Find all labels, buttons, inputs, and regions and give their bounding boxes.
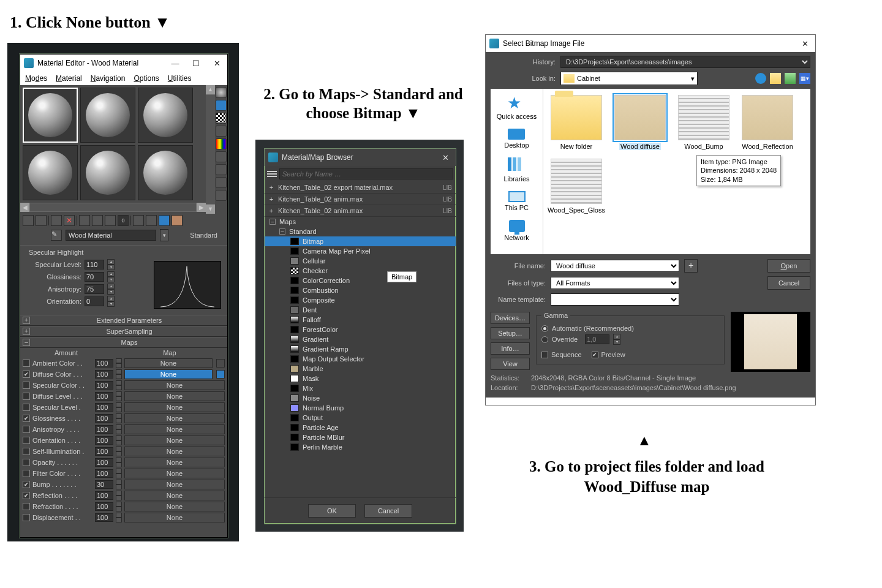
- make-preview-icon[interactable]: [216, 151, 227, 162]
- assign-icon[interactable]: [51, 215, 62, 226]
- search-input[interactable]: [279, 168, 453, 179]
- spec-level-spinner[interactable]: ▴▾: [107, 259, 115, 270]
- info-button[interactable]: Info…: [491, 342, 530, 355]
- gamma-auto-radio[interactable]: [541, 325, 548, 332]
- map-enable-checkbox[interactable]: [23, 360, 30, 367]
- slot-hscroll[interactable]: ◀▶: [20, 203, 206, 212]
- map-none-button[interactable]: None: [124, 491, 225, 500]
- mat-map-nav-icon[interactable]: [216, 190, 227, 201]
- pick-material-icon[interactable]: ✎: [51, 230, 62, 241]
- map-none-button[interactable]: None: [124, 413, 225, 423]
- background-icon[interactable]: [216, 113, 227, 124]
- map-type-item[interactable]: Cellular: [265, 256, 456, 266]
- put-to-scene-icon[interactable]: [36, 215, 47, 226]
- close-button[interactable]: ✕: [435, 149, 456, 166]
- map-enable-checkbox[interactable]: [23, 459, 30, 466]
- map-enable-checkbox[interactable]: [23, 393, 30, 400]
- map-enable-checkbox[interactable]: [23, 382, 30, 389]
- map-amount-spinner[interactable]: [116, 458, 122, 467]
- map-enable-checkbox[interactable]: [23, 404, 30, 411]
- map-amount-input[interactable]: 30: [95, 480, 113, 489]
- material-slot-2[interactable]: [80, 88, 135, 143]
- map-type-item[interactable]: ForestColor: [265, 325, 456, 334]
- map-none-button[interactable]: None: [124, 369, 213, 379]
- map-none-button[interactable]: None: [124, 447, 225, 456]
- minimize-button[interactable]: —: [165, 55, 186, 72]
- standard-node[interactable]: –Standard: [265, 227, 456, 236]
- maps-node[interactable]: –Maps: [265, 217, 456, 227]
- map-type-item[interactable]: Combustion: [265, 285, 456, 295]
- material-slot-6[interactable]: [138, 145, 193, 200]
- view-options-icon[interactable]: [267, 170, 277, 178]
- map-none-button[interactable]: None: [124, 502, 225, 511]
- get-material-icon[interactable]: [23, 215, 34, 226]
- material-slot-1[interactable]: [23, 88, 78, 143]
- map-type-item[interactable]: Mix: [265, 383, 456, 393]
- history-select[interactable]: D:\3DProjects\Export\sceneassets\images: [560, 56, 810, 68]
- map-amount-spinner[interactable]: [116, 424, 122, 434]
- map-none-button[interactable]: None: [124, 480, 225, 489]
- cancel-button[interactable]: Cancel: [364, 504, 412, 518]
- anisotropy-input[interactable]: [85, 284, 104, 294]
- menu-navigation[interactable]: Navigation: [91, 74, 126, 83]
- map-enable-checkbox[interactable]: [23, 514, 30, 521]
- map-type-item[interactable]: Output: [265, 413, 456, 423]
- map-enable-checkbox[interactable]: [23, 470, 30, 477]
- place-this-pc[interactable]: This PC: [505, 191, 529, 211]
- map-enable-checkbox[interactable]: ✔: [23, 481, 30, 488]
- map-amount-input[interactable]: 100: [95, 436, 113, 445]
- open-button[interactable]: Open: [767, 259, 810, 273]
- map-amount-spinner[interactable]: [116, 380, 122, 390]
- material-slot-3[interactable]: [138, 88, 193, 143]
- map-amount-input[interactable]: 100: [95, 381, 113, 390]
- close-button[interactable]: ✕: [794, 35, 815, 52]
- map-amount-spinner[interactable]: [116, 413, 122, 423]
- map-type-item[interactable]: Noise: [265, 393, 456, 403]
- map-enable-checkbox[interactable]: [23, 426, 30, 433]
- video-color-icon[interactable]: [216, 138, 227, 149]
- place-quick-access[interactable]: ★Quick access: [497, 95, 537, 120]
- file-thumb[interactable]: New folder: [548, 95, 605, 150]
- map-type-item[interactable]: Bitmap: [265, 236, 456, 246]
- make-unique-icon[interactable]: [92, 215, 103, 226]
- map-amount-input[interactable]: 100: [95, 502, 113, 511]
- map-amount-input[interactable]: 100: [95, 491, 113, 500]
- file-thumb[interactable]: Wood_Bump: [676, 95, 732, 150]
- map-amount-spinner[interactable]: [116, 469, 122, 478]
- map-type-item[interactable]: Checker: [265, 266, 456, 276]
- map-lock-icon[interactable]: [216, 359, 225, 368]
- map-type-item[interactable]: Marble: [265, 364, 456, 374]
- map-none-button[interactable]: None: [124, 435, 225, 445]
- ok-button[interactable]: OK: [308, 504, 356, 518]
- glossiness-input[interactable]: [85, 272, 104, 282]
- close-button[interactable]: ✕: [206, 55, 227, 72]
- cancel-button[interactable]: Cancel: [767, 276, 810, 290]
- file-thumb[interactable]: Wood_Reflection: [739, 95, 796, 150]
- map-lock-icon[interactable]: [216, 370, 225, 379]
- slot-vscroll[interactable]: ▲▼: [206, 85, 215, 214]
- backlight-icon[interactable]: [216, 100, 227, 111]
- view-button[interactable]: View: [491, 358, 530, 370]
- library-row[interactable]: +Kitchen_Table_02 anim.maxLIB: [265, 205, 456, 217]
- sample-type-icon[interactable]: [216, 87, 227, 98]
- options-icon[interactable]: [216, 164, 227, 175]
- rollout-maps[interactable]: –Maps: [20, 337, 227, 348]
- sequence-checkbox[interactable]: [541, 352, 548, 358]
- map-none-button[interactable]: None: [124, 380, 225, 390]
- map-none-button[interactable]: None: [124, 513, 225, 522]
- menu-options[interactable]: Options: [134, 74, 159, 83]
- map-type-item[interactable]: Particle MBlur: [265, 432, 456, 442]
- file-thumb[interactable]: Wood diffuse: [612, 95, 668, 150]
- map-amount-input[interactable]: 100: [95, 359, 113, 368]
- map-amount-input[interactable]: 100: [95, 458, 113, 467]
- map-type-item[interactable]: Falloff: [265, 315, 456, 325]
- gamma-override-radio[interactable]: [541, 336, 548, 343]
- orientation-spinner[interactable]: ▴▾: [107, 296, 115, 307]
- map-enable-checkbox[interactable]: ✔: [23, 492, 30, 499]
- map-amount-spinner[interactable]: [116, 480, 122, 489]
- place-desktop[interactable]: Desktop: [504, 129, 529, 149]
- map-type-item[interactable]: Mask: [265, 374, 456, 383]
- map-none-button[interactable]: None: [124, 402, 225, 412]
- map-amount-input[interactable]: 100: [95, 425, 113, 434]
- map-type-item[interactable]: Gradient Ramp: [265, 344, 456, 354]
